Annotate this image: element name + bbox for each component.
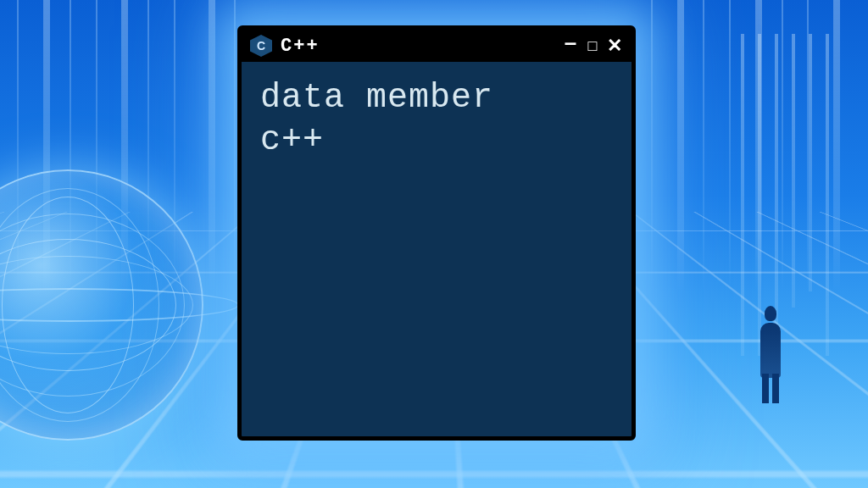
terminal-line-2: c++	[260, 119, 613, 162]
terminal-line-1: data member	[260, 77, 613, 119]
logo-letter: C	[257, 39, 265, 53]
terminal-body[interactable]: data member c++	[242, 62, 632, 177]
building-structure	[732, 34, 851, 356]
maximize-button[interactable]: □	[584, 38, 601, 53]
window-title: C++	[281, 36, 554, 57]
window-controls: – □ ✕	[562, 35, 623, 57]
terminal-window: C C++ – □ ✕ data member c++	[237, 25, 636, 441]
person-silhouette	[754, 302, 787, 403]
minimize-button[interactable]: –	[562, 31, 579, 53]
titlebar[interactable]: C C++ – □ ✕	[242, 30, 632, 62]
cpp-logo-icon: C	[250, 35, 272, 57]
close-button[interactable]: ✕	[606, 36, 623, 55]
